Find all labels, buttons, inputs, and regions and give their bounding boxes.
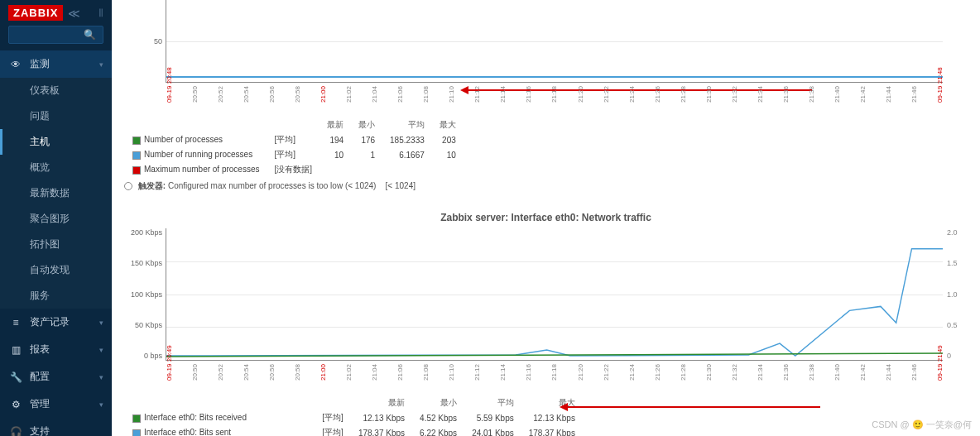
- chevron-icon: ▾: [99, 373, 103, 381]
- red-arrow: [564, 406, 820, 408]
- sidebar-item-4[interactable]: 最新数据: [0, 180, 112, 206]
- chevron-icon: ▾: [99, 400, 103, 409]
- legend-row: Interface eth0: Bits received[平均]12.13 K…: [126, 411, 582, 424]
- chevron-icon: ▾: [99, 319, 103, 327]
- chart-processes: 50 09-19 20:4820:5020:5220:5420:5620:582…: [124, 0, 968, 194]
- search-icon[interactable]: 🔍: [77, 26, 103, 43]
- trigger-row: 触发器: Configured max number of processes …: [124, 178, 968, 194]
- chart1-plot[interactable]: 50: [166, 0, 943, 83]
- sidebar-item-5[interactable]: 聚合图形: [0, 206, 112, 232]
- legend-row: Number of running processes[平均]1016.1667…: [126, 148, 463, 161]
- legend-row: Maximum number of processes[没有数据]: [126, 163, 463, 176]
- trigger-swatch: [124, 182, 132, 190]
- nav-reports[interactable]: ▥ 报表 ▾: [0, 336, 112, 363]
- watermark: CSDN @ 🙂 一笑奈@何: [872, 419, 972, 431]
- collapse-icon[interactable]: ≪: [68, 7, 80, 20]
- eye-icon: 👁: [8, 59, 23, 70]
- sidebar-item-0[interactable]: 仪表板: [0, 78, 112, 103]
- sidebar: ZABBIX ≪ ⦀ 🔍 👁 监测 ▾ 仪表板问题主机概览最新数据聚合图形拓扑图…: [0, 0, 112, 436]
- sidebar-item-1[interactable]: 问题: [0, 103, 112, 129]
- headset-icon: 🎧: [8, 426, 23, 437]
- chart-network-eth0: Zabbix server: Interface eth0: Network t…: [124, 207, 968, 436]
- chart2-svg: [166, 228, 943, 360]
- wrench-icon: 🔧: [8, 371, 23, 383]
- logo: ZABBIX: [8, 5, 63, 21]
- menu-toggle-icon[interactable]: ⦀: [98, 6, 103, 20]
- chevron-icon: ▾: [99, 346, 103, 354]
- sidebar-item-3[interactable]: 概览: [0, 155, 112, 180]
- legend-row: Interface eth0: Bits sent[平均]178.37 Kbps…: [126, 426, 582, 436]
- nav-config[interactable]: 🔧 配置 ▾: [0, 363, 112, 390]
- sidebar-item-6[interactable]: 拓扑图: [0, 232, 112, 257]
- chart2-plot[interactable]: 200 Kbps150 Kbps100 Kbps50 Kbps0 bps 2.0…: [166, 228, 943, 361]
- search-box: 🔍: [8, 26, 103, 44]
- chevron-down-icon: ▾: [99, 60, 103, 69]
- legend-row: Number of processes[平均]194176185.2333203: [126, 133, 463, 146]
- nav-inventory[interactable]: ≡ 资产记录 ▾: [0, 309, 112, 336]
- chart2-title: Zabbix server: Interface eth0: Network t…: [124, 207, 968, 228]
- chart1-legend: 最新最小平均最大Number of processes[平均]194176185…: [124, 117, 464, 178]
- main-content: 50 09-19 20:4820:5020:5220:5420:5620:582…: [112, 0, 980, 436]
- sidebar-item-7[interactable]: 自动发现: [0, 257, 112, 283]
- sidebar-item-2[interactable]: 主机: [0, 129, 112, 155]
- sidebar-item-8[interactable]: 服务: [0, 283, 112, 309]
- search-input[interactable]: [9, 26, 77, 43]
- nav-admin[interactable]: ⚙ 管理 ▾: [0, 390, 112, 418]
- list-icon: ≡: [8, 317, 23, 328]
- nav-support[interactable]: 🎧 支持: [0, 418, 112, 436]
- line-running: [166, 76, 943, 78]
- chart2-legend: 最新最小平均最大Interface eth0: Bits received[平均…: [124, 395, 584, 436]
- gear-icon: ⚙: [8, 399, 23, 410]
- chart-icon: ▥: [8, 344, 23, 356]
- nav-monitor-label: 监测: [30, 57, 50, 71]
- nav-monitor[interactable]: 👁 监测 ▾: [0, 50, 112, 78]
